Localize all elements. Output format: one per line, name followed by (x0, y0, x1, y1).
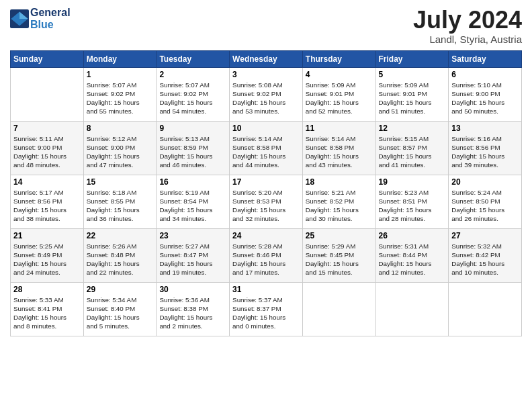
day-number: 2 (159, 70, 226, 79)
month-title: July 2024 (413, 7, 522, 34)
calendar-cell: 19Sunrise: 5:23 AMSunset: 8:51 PMDayligh… (375, 175, 449, 228)
day-number: 16 (159, 177, 226, 187)
day-number: 19 (379, 177, 446, 187)
calendar-cell: 10Sunrise: 5:14 AMSunset: 8:58 PMDayligh… (230, 121, 303, 175)
calendar-cell: 25Sunrise: 5:29 AMSunset: 8:45 PMDayligh… (302, 228, 375, 282)
calendar-cell: 8Sunrise: 5:12 AMSunset: 9:00 PMDaylight… (83, 121, 157, 175)
day-info: Sunrise: 5:17 AMSunset: 8:56 PMDaylight:… (13, 188, 81, 224)
day-number: 1 (87, 70, 154, 79)
day-info: Sunrise: 5:12 AMSunset: 9:00 PMDaylight:… (87, 134, 154, 170)
calendar-cell: 21Sunrise: 5:25 AMSunset: 8:49 PMDayligh… (11, 228, 84, 282)
logo-icon (10, 9, 29, 28)
day-number: 9 (159, 124, 226, 133)
day-number: 12 (379, 124, 446, 133)
location-title: Landl, Styria, Austria (413, 34, 522, 45)
day-number: 3 (232, 70, 300, 79)
day-info: Sunrise: 5:29 AMSunset: 8:45 PMDaylight:… (306, 242, 373, 277)
calendar-cell (11, 67, 84, 121)
day-number: 24 (232, 231, 300, 240)
day-number: 17 (232, 177, 300, 187)
header: General Blue July 2024 Landl, Styria, Au… (10, 7, 522, 45)
day-info: Sunrise: 5:15 AMSunset: 8:57 PMDaylight:… (379, 134, 446, 170)
day-info: Sunrise: 5:10 AMSunset: 9:00 PMDaylight:… (451, 81, 519, 116)
day-info: Sunrise: 5:28 AMSunset: 8:46 PMDaylight:… (232, 242, 300, 277)
calendar-cell: 27Sunrise: 5:32 AMSunset: 8:42 PMDayligh… (449, 228, 522, 282)
day-info: Sunrise: 5:27 AMSunset: 8:47 PMDaylight:… (159, 242, 226, 277)
day-info: Sunrise: 5:14 AMSunset: 8:58 PMDaylight:… (306, 134, 373, 170)
day-number: 10 (232, 124, 300, 133)
day-info: Sunrise: 5:31 AMSunset: 8:44 PMDaylight:… (379, 242, 446, 277)
day-number: 21 (13, 231, 81, 240)
logo: General Blue (10, 7, 71, 30)
calendar-header-row: SundayMondayTuesdayWednesdayThursdayFrid… (11, 50, 522, 67)
day-number: 18 (306, 177, 373, 187)
weekday-header: Monday (83, 50, 157, 67)
day-info: Sunrise: 5:24 AMSunset: 8:50 PMDaylight:… (451, 188, 519, 224)
day-info: Sunrise: 5:19 AMSunset: 8:54 PMDaylight:… (159, 188, 226, 224)
calendar-week-row: 14Sunrise: 5:17 AMSunset: 8:56 PMDayligh… (11, 175, 522, 228)
day-info: Sunrise: 5:07 AMSunset: 9:02 PMDaylight:… (87, 81, 154, 116)
day-info: Sunrise: 5:25 AMSunset: 8:49 PMDaylight:… (13, 242, 81, 277)
day-info: Sunrise: 5:23 AMSunset: 8:51 PMDaylight:… (379, 188, 446, 224)
calendar-cell: 2Sunrise: 5:07 AMSunset: 9:02 PMDaylight… (157, 67, 230, 121)
day-info: Sunrise: 5:07 AMSunset: 9:02 PMDaylight:… (159, 81, 226, 116)
calendar-cell: 11Sunrise: 5:14 AMSunset: 8:58 PMDayligh… (302, 121, 375, 175)
calendar-cell: 4Sunrise: 5:09 AMSunset: 9:01 PMDaylight… (302, 67, 375, 121)
calendar-cell: 15Sunrise: 5:18 AMSunset: 8:55 PMDayligh… (83, 175, 157, 228)
day-info: Sunrise: 5:32 AMSunset: 8:42 PMDaylight:… (451, 242, 519, 277)
day-number: 25 (306, 231, 373, 240)
calendar-table: SundayMondayTuesdayWednesdayThursdayFrid… (10, 50, 522, 336)
day-number: 22 (87, 231, 154, 240)
weekday-header: Tuesday (157, 50, 230, 67)
day-info: Sunrise: 5:16 AMSunset: 8:56 PMDaylight:… (451, 134, 519, 170)
calendar-cell: 18Sunrise: 5:21 AMSunset: 8:52 PMDayligh… (302, 175, 375, 228)
day-info: Sunrise: 5:21 AMSunset: 8:52 PMDaylight:… (306, 188, 373, 224)
day-info: Sunrise: 5:18 AMSunset: 8:55 PMDaylight:… (87, 188, 154, 224)
day-number: 13 (451, 124, 519, 133)
calendar-cell: 31Sunrise: 5:37 AMSunset: 8:37 PMDayligh… (230, 282, 303, 336)
day-info: Sunrise: 5:26 AMSunset: 8:48 PMDaylight:… (87, 242, 154, 277)
day-number: 28 (13, 285, 81, 294)
day-number: 4 (306, 70, 373, 79)
day-number: 11 (306, 124, 373, 133)
calendar-week-row: 28Sunrise: 5:33 AMSunset: 8:41 PMDayligh… (11, 282, 522, 336)
day-info: Sunrise: 5:33 AMSunset: 8:41 PMDaylight:… (13, 295, 81, 331)
calendar-cell: 7Sunrise: 5:11 AMSunset: 9:00 PMDaylight… (11, 121, 84, 175)
calendar-cell (302, 282, 375, 336)
calendar-cell: 1Sunrise: 5:07 AMSunset: 9:02 PMDaylight… (83, 67, 157, 121)
calendar-cell: 9Sunrise: 5:13 AMSunset: 8:59 PMDaylight… (157, 121, 230, 175)
day-number: 23 (159, 231, 226, 240)
calendar-cell: 28Sunrise: 5:33 AMSunset: 8:41 PMDayligh… (11, 282, 84, 336)
weekday-header: Thursday (302, 50, 375, 67)
weekday-header: Sunday (11, 50, 84, 67)
weekday-header: Friday (375, 50, 449, 67)
day-info: Sunrise: 5:13 AMSunset: 8:59 PMDaylight:… (159, 134, 226, 170)
calendar-week-row: 1Sunrise: 5:07 AMSunset: 9:02 PMDaylight… (11, 67, 522, 121)
day-number: 31 (232, 285, 300, 294)
calendar-cell: 26Sunrise: 5:31 AMSunset: 8:44 PMDayligh… (375, 228, 449, 282)
calendar-cell: 3Sunrise: 5:08 AMSunset: 9:02 PMDaylight… (230, 67, 303, 121)
title-block: July 2024 Landl, Styria, Austria (413, 7, 522, 45)
calendar-cell: 12Sunrise: 5:15 AMSunset: 8:57 PMDayligh… (375, 121, 449, 175)
day-info: Sunrise: 5:11 AMSunset: 9:00 PMDaylight:… (13, 134, 81, 170)
day-number: 14 (13, 177, 81, 187)
calendar-cell: 20Sunrise: 5:24 AMSunset: 8:50 PMDayligh… (449, 175, 522, 228)
calendar-week-row: 21Sunrise: 5:25 AMSunset: 8:49 PMDayligh… (11, 228, 522, 282)
day-number: 5 (379, 70, 446, 79)
day-info: Sunrise: 5:08 AMSunset: 9:02 PMDaylight:… (232, 81, 300, 116)
day-info: Sunrise: 5:36 AMSunset: 8:38 PMDaylight:… (159, 295, 226, 331)
calendar-cell: 6Sunrise: 5:10 AMSunset: 9:00 PMDaylight… (449, 67, 522, 121)
calendar-cell: 16Sunrise: 5:19 AMSunset: 8:54 PMDayligh… (157, 175, 230, 228)
day-number: 8 (87, 124, 154, 133)
calendar-cell (449, 282, 522, 336)
day-info: Sunrise: 5:34 AMSunset: 8:40 PMDaylight:… (87, 295, 154, 331)
day-info: Sunrise: 5:09 AMSunset: 9:01 PMDaylight:… (306, 81, 373, 116)
day-info: Sunrise: 5:14 AMSunset: 8:58 PMDaylight:… (232, 134, 300, 170)
day-info: Sunrise: 5:20 AMSunset: 8:53 PMDaylight:… (232, 188, 300, 224)
calendar-cell: 22Sunrise: 5:26 AMSunset: 8:48 PMDayligh… (83, 228, 157, 282)
day-number: 7 (13, 124, 81, 133)
calendar-week-row: 7Sunrise: 5:11 AMSunset: 9:00 PMDaylight… (11, 121, 522, 175)
day-number: 15 (87, 177, 154, 187)
weekday-header: Wednesday (230, 50, 303, 67)
calendar-cell (375, 282, 449, 336)
